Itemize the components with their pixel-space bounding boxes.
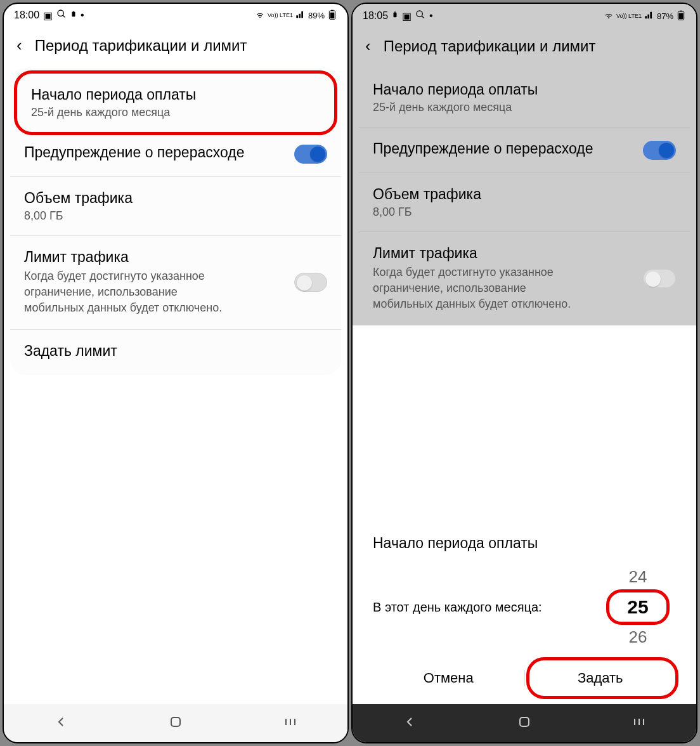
network-label: Vo)) LTE1	[616, 13, 642, 19]
setting-limit[interactable]: Лимит трафика Когда будет достигнуто ука…	[10, 236, 341, 330]
page-title: Период тарификации и лимит	[35, 37, 247, 55]
nav-home-icon[interactable]	[168, 714, 183, 732]
status-time: 18:05	[363, 10, 388, 22]
warning-title: Предупреждение о перерасходе	[24, 144, 294, 161]
settings-panel: Начало периода оплаты 25-й день каждого …	[10, 68, 341, 375]
back-button[interactable]: ‹	[11, 36, 27, 55]
image-icon: ▣	[402, 10, 412, 22]
phone-screen-left: 18:00 ▣ • Vo)) LTE1 89% ‹ Перио	[3, 3, 349, 743]
battery-percent: 89%	[308, 11, 325, 20]
battery-icon	[70, 9, 77, 22]
volume-subtitle: 8,00 ГБ	[24, 209, 327, 223]
setting-billing-start[interactable]: Начало периода оплаты 25-й день каждого …	[14, 70, 337, 135]
limit-description: Когда будет достигнуто указанное огранич…	[373, 265, 582, 313]
back-button[interactable]: ‹	[360, 36, 376, 56]
volume-title: Объем трафика	[24, 190, 327, 207]
warning-toggle[interactable]	[643, 141, 676, 160]
setting-warning[interactable]: Предупреждение о перерасходе	[359, 128, 690, 173]
nav-bar	[4, 704, 347, 742]
header: ‹ Период тарификации и лимит	[353, 27, 696, 69]
limit-toggle[interactable]	[294, 273, 327, 292]
nav-recent-icon[interactable]	[632, 714, 647, 732]
svg-rect-17	[680, 10, 682, 11]
dot-icon: •	[429, 10, 433, 22]
set-limit-title: Задать лимит	[24, 343, 327, 360]
svg-rect-7	[171, 717, 180, 726]
volume-title: Объем трафика	[373, 186, 676, 203]
limit-title: Лимит трафика	[24, 249, 294, 266]
battery-level-icon	[327, 10, 337, 22]
battery-level-icon	[676, 10, 686, 22]
nav-recent-icon[interactable]	[283, 714, 298, 732]
limit-description: Когда будет достигнуто указанное огранич…	[24, 268, 233, 317]
signal-icon	[644, 10, 654, 22]
wifi-icon	[604, 10, 614, 22]
svg-rect-12	[394, 11, 396, 12]
dialog-label: В этот день каждого месяца:	[373, 598, 542, 616]
svg-rect-6	[331, 10, 334, 10]
settings-panel: Начало периода оплаты 25-й день каждого …	[359, 69, 690, 325]
billing-start-subtitle: 25-й день каждого месяца	[373, 101, 676, 114]
confirm-highlight	[526, 657, 678, 699]
page-title: Период тарификации и лимит	[384, 37, 596, 55]
billing-start-subtitle: 25-й день каждого месяца	[31, 106, 320, 119]
signal-icon	[295, 10, 306, 22]
nav-back-icon[interactable]	[402, 714, 417, 732]
day-picker[interactable]: 24 25 26	[600, 565, 676, 650]
nav-home-icon[interactable]	[517, 714, 532, 732]
search-icon	[56, 9, 67, 22]
picker-prev-value[interactable]: 24	[629, 565, 647, 589]
picker-current-value[interactable]: 25	[606, 589, 669, 625]
svg-rect-11	[394, 13, 397, 18]
limit-toggle[interactable]	[643, 269, 676, 288]
warning-toggle[interactable]	[294, 145, 327, 164]
phone-screen-right: 18:05 ▣ • Vo)) LTE1 87% ‹ Перио	[351, 3, 697, 743]
picker-next-value[interactable]: 26	[629, 625, 647, 650]
billing-start-dialog: Начало периода оплаты В этот день каждог…	[358, 517, 691, 703]
limit-title: Лимит трафика	[373, 245, 643, 262]
battery-icon	[392, 10, 398, 22]
svg-point-13	[417, 11, 422, 16]
svg-rect-3	[73, 11, 75, 11]
svg-line-14	[422, 16, 424, 18]
svg-rect-16	[679, 13, 684, 18]
svg-point-0	[58, 10, 63, 16]
svg-rect-2	[72, 12, 75, 17]
image-icon: ▣	[43, 10, 53, 22]
svg-rect-18	[520, 717, 529, 726]
battery-percent: 87%	[657, 11, 673, 21]
dialog-title: Начало периода оплаты	[373, 535, 676, 552]
svg-line-1	[63, 15, 65, 17]
billing-start-title: Начало периода оплаты	[373, 81, 676, 98]
status-time: 18:00	[14, 10, 39, 21]
setting-volume[interactable]: Объем трафика 8,00 ГБ	[10, 177, 341, 236]
wifi-icon	[255, 10, 265, 22]
nav-bar	[353, 704, 696, 742]
search-icon	[415, 10, 425, 22]
setting-volume[interactable]: Объем трафика 8,00 ГБ	[359, 173, 690, 232]
volume-subtitle: 8,00 ГБ	[373, 206, 676, 219]
setting-set-limit[interactable]: Задать лимит	[10, 330, 341, 375]
billing-start-title: Начало периода оплаты	[31, 86, 320, 103]
header: ‹ Период тарификации и лимит	[4, 27, 347, 68]
warning-title: Предупреждение о перерасходе	[373, 140, 643, 157]
cancel-button[interactable]: Отмена	[373, 661, 524, 695]
setting-warning[interactable]: Предупреждение о перерасходе	[10, 131, 341, 177]
status-bar: 18:00 ▣ • Vo)) LTE1 89%	[4, 4, 347, 27]
setting-billing-start[interactable]: Начало периода оплаты 25-й день каждого …	[359, 69, 690, 128]
setting-limit[interactable]: Лимит трафика Когда будет достигнуто ука…	[359, 232, 690, 325]
network-label: Vo)) LTE1	[268, 13, 293, 18]
svg-rect-5	[330, 12, 335, 18]
dot-icon: •	[81, 10, 84, 21]
nav-back-icon[interactable]	[53, 714, 68, 732]
status-bar: 18:05 ▣ • Vo)) LTE1 87%	[353, 4, 696, 27]
